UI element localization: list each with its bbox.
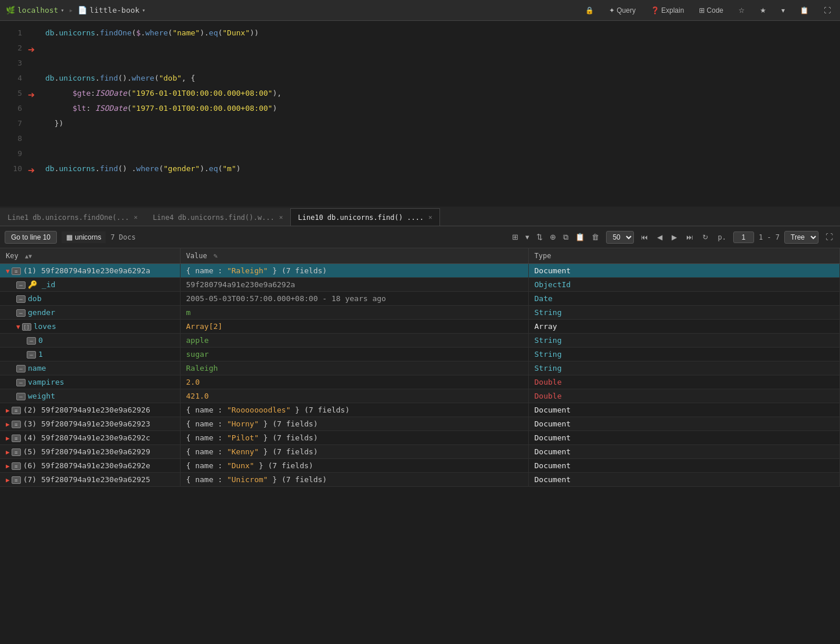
table-row[interactable]: ▶≡(5) 59f280794a91e230e9a62929{ name : "… <box>0 445 840 459</box>
fullscreen-view-button[interactable]: ⛶ <box>823 231 835 243</box>
code-line-1: db.unicorns.findOne($.where("name").eq("… <box>29 26 840 41</box>
expand-triangle-icon[interactable]: ▶ <box>6 462 10 470</box>
collection-button[interactable]: ▦ unicorns <box>62 231 106 243</box>
tab-line1[interactable]: Line1 db.unicorns.findOne(... ✕ <box>0 208 145 226</box>
docs-count-label: 7 Docs <box>110 233 135 241</box>
table-row[interactable]: ⋯0appleString <box>0 334 840 348</box>
last-page-button[interactable]: ⏭ <box>684 233 695 242</box>
excel-export-button[interactable]: ⊞ <box>510 231 521 243</box>
query-button[interactable]: ✦ Query <box>605 5 639 16</box>
db-host: localhost <box>17 6 58 15</box>
db-name: little-book <box>89 6 139 15</box>
db-selector[interactable]: 🌿 localhost ▾ ▸ 📄 little-book ▾ <box>6 6 145 15</box>
doc-icon: ≡ <box>12 476 21 484</box>
page-size-select[interactable]: 50 <box>606 231 634 244</box>
table-row[interactable]: ▶≡(6) 59f280794a91e230e9a6292e{ name : "… <box>0 459 840 473</box>
key-name: (3) 59f280794a91e230e9a62923 <box>23 419 150 428</box>
key-cell: ▶≡(7) 59f280794a91e230e9a62925 <box>0 473 180 487</box>
table-row[interactable]: ⋯dob2005-05-03T00:57:00.000+08:00 - 18 y… <box>0 292 840 306</box>
result-table: Key ▲▼ Value ✎ Type ▼≡(1) 59f280794a91e2… <box>0 248 840 487</box>
tab3-close-icon[interactable]: ✕ <box>428 214 432 221</box>
value-cell: { name : "Dunx" } (7 fields) <box>180 459 528 473</box>
top-bar-right: 🔒 ✦ Query ❓ Explain ⊞ Code ☆ ★ ▾ 📋 ⛶ <box>582 5 834 16</box>
code-button[interactable]: ⊞ Code <box>695 5 727 16</box>
delete-button[interactable]: 🗑 <box>589 231 601 243</box>
value-cell: { name : "Rooooooodles" } (7 fields) <box>180 403 528 417</box>
fullscreen-button[interactable]: ⛶ <box>820 5 834 16</box>
doc-icon: ≡ <box>12 267 21 275</box>
value-cell: m <box>180 306 528 320</box>
table-row[interactable]: ▼[]lovesArray[2]Array <box>0 320 840 334</box>
key-header[interactable]: Key ▲▼ <box>0 248 180 264</box>
prev-page-button[interactable]: ◀ <box>655 233 665 242</box>
key-name: loves <box>34 322 56 331</box>
copy-button[interactable]: ⧉ <box>561 231 571 243</box>
table-row[interactable]: ▶≡(4) 59f280794a91e230e9a6292c{ name : "… <box>0 431 840 445</box>
expand-triangle-icon[interactable]: ▶ <box>6 407 10 414</box>
key-cell: ⋯0 <box>0 334 180 348</box>
value-cell: 59f280794a91e230e9a6292a <box>180 278 528 292</box>
line-numbers: 1 2 3 4 5 6 7 8 9 10 <box>0 21 27 207</box>
table-row[interactable]: ⋯🔑 _id59f280794a91e230e9a6292aObjectId <box>0 278 840 292</box>
starred-button[interactable]: ★ <box>756 5 770 16</box>
filter-button[interactable]: ⊕ <box>547 231 558 243</box>
value-cell: { name : "Kenny" } (7 fields) <box>180 445 528 459</box>
key-cell: ⋯weight <box>0 389 180 403</box>
type-header[interactable]: Type <box>528 248 840 264</box>
result-tabs: Line1 db.unicorns.findOne(... ✕ Line4 db… <box>0 207 840 226</box>
type-cell: Double <box>528 375 840 389</box>
table-row[interactable]: ▼≡(1) 59f280794a91e230e9a6292a{ name : "… <box>0 264 840 278</box>
table-row[interactable]: ⋯nameRaleighString <box>0 361 840 375</box>
share-button[interactable]: 📋 <box>796 5 812 16</box>
goto-line-button[interactable]: Go to line 10 <box>5 231 57 244</box>
refresh-button[interactable]: ↻ <box>700 233 711 242</box>
value-header[interactable]: Value ✎ <box>180 248 528 264</box>
lock-button[interactable]: 🔒 <box>582 5 597 16</box>
next-page-button[interactable]: ▶ <box>669 233 679 242</box>
tab-line10[interactable]: Line10 db.unicorns.find() .... ✕ <box>290 208 439 226</box>
code-editor[interactable]: 1 2 3 4 5 6 7 8 9 10 db.unicorns.findOne… <box>0 21 840 207</box>
type-cell: Document <box>528 445 840 459</box>
expand-triangle-icon[interactable]: ▶ <box>6 448 10 456</box>
table-row[interactable]: ⋯vampires2.0Double <box>0 375 840 389</box>
table-row[interactable]: ⋯gendermString <box>0 306 840 320</box>
top-bar-left: 🌿 localhost ▾ ▸ 📄 little-book ▾ <box>6 6 145 15</box>
type-cell: Array <box>528 320 840 334</box>
expand-triangle-icon[interactable]: ▶ <box>6 476 10 484</box>
page-number-input[interactable] <box>733 231 754 243</box>
paste-button[interactable]: 📋 <box>573 231 587 243</box>
value-cell: 2.0 <box>180 375 528 389</box>
first-page-button[interactable]: ⏮ <box>639 233 650 242</box>
tab-line4[interactable]: Line4 db.unicorns.find().w... ✕ <box>145 208 290 226</box>
value-cell: { name : "Pilot" } (7 fields) <box>180 431 528 445</box>
key-cell: ⋯🔑 _id <box>0 278 180 292</box>
type-cell: Document <box>528 264 840 278</box>
table-row[interactable]: ▶≡(7) 59f280794a91e230e9a62925{ name : "… <box>0 473 840 487</box>
doc-icon: ≡ <box>12 462 21 470</box>
expand-triangle-icon[interactable]: ▶ <box>6 435 10 442</box>
expand-triangle-icon[interactable]: ▼ <box>6 267 10 275</box>
starred-caret[interactable]: ▾ <box>778 5 788 16</box>
view-mode-select[interactable]: Tree <box>784 231 819 244</box>
star-button[interactable]: ☆ <box>735 5 748 16</box>
table-wrapper: Key ▲▼ Value ✎ Type ▼≡(1) 59f280794a91e2… <box>0 248 840 487</box>
table-row[interactable]: ⋯1sugarString <box>0 348 840 361</box>
expand-triangle-icon[interactable]: ▼ <box>16 323 20 331</box>
type-cell: ObjectId <box>528 278 840 292</box>
table-row[interactable]: ⋯weight421.0Double <box>0 389 840 403</box>
export-caret-button[interactable]: ▾ <box>523 231 532 243</box>
db-name-caret: ▾ <box>142 7 145 13</box>
explain-button[interactable]: ❓ Explain <box>647 5 687 16</box>
table-row[interactable]: ▶≡(2) 59f280794a91e230e9a62926{ name : "… <box>0 403 840 417</box>
expand-triangle-icon[interactable]: ▶ <box>6 421 10 428</box>
code-line-3 <box>29 56 840 71</box>
share-icon-button[interactable]: ⇅ <box>534 231 545 243</box>
table-row[interactable]: ▶≡(3) 59f280794a91e230e9a62923{ name : "… <box>0 417 840 431</box>
toolbar-icons: ⊞ ▾ ⇅ ⊕ ⧉ 📋 🗑 <box>510 231 601 243</box>
tab1-close-icon[interactable]: ✕ <box>134 214 138 221</box>
value-cell: 421.0 <box>180 389 528 403</box>
key-cell: ▶≡(3) 59f280794a91e230e9a62923 <box>0 417 180 431</box>
key-name: (7) 59f280794a91e230e9a62925 <box>23 475 150 484</box>
tab2-close-icon[interactable]: ✕ <box>279 214 283 221</box>
field-icon: ⋯ <box>16 393 26 400</box>
